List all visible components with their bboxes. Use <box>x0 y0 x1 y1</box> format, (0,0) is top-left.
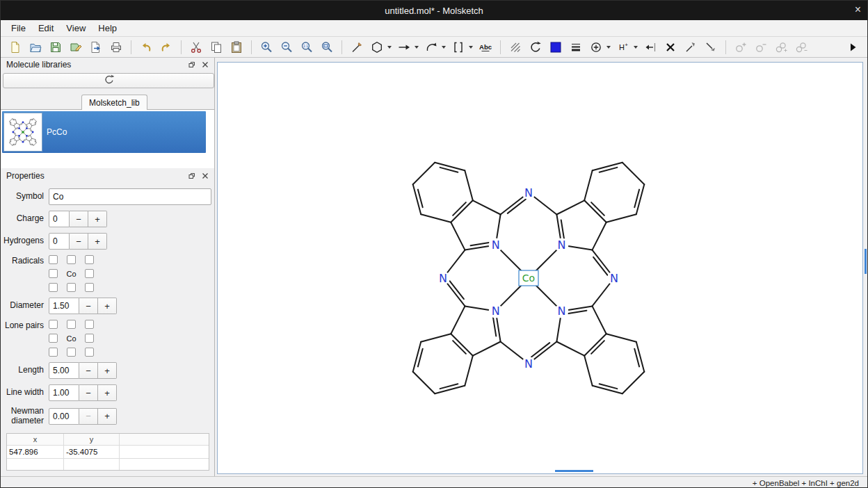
copy-button[interactable] <box>207 38 225 56</box>
diameter-decrement-button[interactable]: − <box>79 298 98 314</box>
zoom-in-button[interactable] <box>257 38 275 56</box>
atom-label-n[interactable]: N <box>557 304 565 318</box>
radical-checkbox[interactable] <box>49 255 58 264</box>
cut-button[interactable] <box>187 38 205 56</box>
charge-value[interactable]: 0 <box>49 211 70 227</box>
bond[interactable] <box>593 386 622 394</box>
bond[interactable] <box>584 356 593 386</box>
coordinates-table[interactable]: xy547.896-35.4075 <box>6 433 209 471</box>
line-width-decrement-button[interactable]: − <box>79 384 98 401</box>
bond[interactable] <box>584 170 593 200</box>
bond[interactable] <box>593 222 606 250</box>
close-dock-icon[interactable] <box>200 171 210 181</box>
lone-pair-checkbox[interactable] <box>67 348 76 357</box>
lone-pair-checkbox[interactable] <box>85 348 94 357</box>
wedge-up-button[interactable] <box>682 38 700 56</box>
title-bar[interactable]: untitled.mol* - Molsketch × <box>1 1 867 20</box>
menu-file[interactable]: File <box>5 21 32 35</box>
library-item-pcco[interactable]: PcCo <box>2 111 206 153</box>
bond[interactable] <box>473 342 501 356</box>
newman-diameter-value[interactable]: 0.00 <box>49 408 79 425</box>
lone-pair-checkbox[interactable] <box>49 320 58 329</box>
toolbar-expand-button[interactable] <box>844 38 862 56</box>
bond[interactable] <box>451 222 465 250</box>
radical-checkbox[interactable] <box>49 269 58 278</box>
color-swatch-button[interactable] <box>547 38 565 56</box>
bond[interactable] <box>421 214 451 222</box>
bond[interactable] <box>622 372 645 394</box>
hydrogen-tool-dropdown[interactable] <box>632 38 639 56</box>
undo-button[interactable] <box>137 38 155 56</box>
bond[interactable] <box>593 163 622 171</box>
bond[interactable] <box>465 170 473 200</box>
lone-pair-checkbox[interactable] <box>49 334 58 343</box>
lasso-button[interactable] <box>506 38 524 56</box>
close-window-button[interactable]: × <box>855 3 861 16</box>
symbol-input[interactable] <box>49 188 211 205</box>
mechanism-arrow-dropdown[interactable] <box>440 38 447 56</box>
bond[interactable] <box>556 342 584 356</box>
radical-checkbox[interactable] <box>49 283 58 292</box>
atom-label-n[interactable]: N <box>524 186 533 200</box>
bond[interactable] <box>473 200 501 214</box>
charge-increment-button[interactable]: + <box>88 211 107 227</box>
bracket-button[interactable] <box>449 38 467 56</box>
zoom-original-button[interactable]: 1:1 <box>298 38 316 56</box>
diameter-increment-button[interactable]: + <box>98 298 117 314</box>
close-dock-icon[interactable] <box>200 60 210 70</box>
length-increment-button[interactable]: + <box>98 362 117 379</box>
line-width-increment-button[interactable]: + <box>98 384 117 401</box>
atom-label-n[interactable]: N <box>439 272 447 285</box>
bond[interactable] <box>413 342 421 372</box>
ring-dropdown[interactable] <box>386 38 393 56</box>
bond[interactable] <box>413 372 435 394</box>
new-document-button[interactable] <box>6 38 24 56</box>
delete-tool-button[interactable] <box>661 38 680 56</box>
bond[interactable] <box>451 334 473 356</box>
library-list[interactable]: PcCo <box>1 110 214 168</box>
molecule-drawing[interactable]: NNNNNNNNCo <box>218 63 862 473</box>
newman-increment-button[interactable]: + <box>98 408 117 425</box>
bond[interactable] <box>451 306 465 334</box>
drawing-canvas[interactable]: NNNNNNNNCo <box>217 62 863 474</box>
float-dock-icon[interactable] <box>187 171 197 181</box>
refresh-library-button[interactable] <box>3 73 214 88</box>
atom-label-n[interactable]: N <box>492 304 500 318</box>
coordinate-cell[interactable]: -35.4075 <box>64 446 120 459</box>
menu-view[interactable]: View <box>60 21 92 35</box>
bond[interactable] <box>421 334 451 342</box>
line-width-button[interactable] <box>567 38 585 56</box>
bond[interactable] <box>561 220 564 238</box>
mechanism-arrow-button[interactable] <box>422 38 440 56</box>
coordinate-cell[interactable]: 547.896 <box>7 446 64 459</box>
redo-button[interactable] <box>157 38 175 56</box>
atom-label-n[interactable]: N <box>557 238 565 252</box>
vertical-scrollbar-thumb[interactable] <box>865 249 867 274</box>
atom-label-n[interactable]: N <box>492 238 500 252</box>
atom-label-n[interactable]: N <box>610 272 618 285</box>
bond[interactable] <box>636 184 645 214</box>
lone-pair-checkbox[interactable] <box>85 320 94 329</box>
tab-molsketch-lib[interactable]: Molsketch_lib <box>81 95 147 110</box>
bond[interactable] <box>622 163 645 185</box>
zoom-fit-button[interactable] <box>318 38 336 56</box>
reaction-arrow-dropdown[interactable] <box>413 38 420 56</box>
menu-help[interactable]: Help <box>92 21 123 35</box>
bond[interactable] <box>451 200 473 222</box>
draw-button[interactable] <box>348 38 366 56</box>
bond[interactable] <box>435 386 465 394</box>
lone-pair-checkbox[interactable] <box>85 334 94 343</box>
hydrogen-tool-button[interactable]: H+ <box>614 38 632 56</box>
charge-decrement-button[interactable]: − <box>70 211 88 227</box>
radical-checkbox[interactable] <box>85 269 94 278</box>
bracket-dropdown[interactable] <box>467 38 474 56</box>
diameter-value[interactable]: 1.50 <box>49 298 79 314</box>
bond[interactable] <box>584 334 606 356</box>
atom-label-co[interactable]: Co <box>522 273 535 284</box>
reaction-arrow-button[interactable] <box>395 38 413 56</box>
open-file-button[interactable] <box>26 38 45 56</box>
line-width-value[interactable]: 1.00 <box>49 384 79 401</box>
float-dock-icon[interactable] <box>187 60 197 70</box>
rotate-button[interactable] <box>527 38 545 56</box>
lone-pair-checkbox[interactable] <box>67 320 76 329</box>
